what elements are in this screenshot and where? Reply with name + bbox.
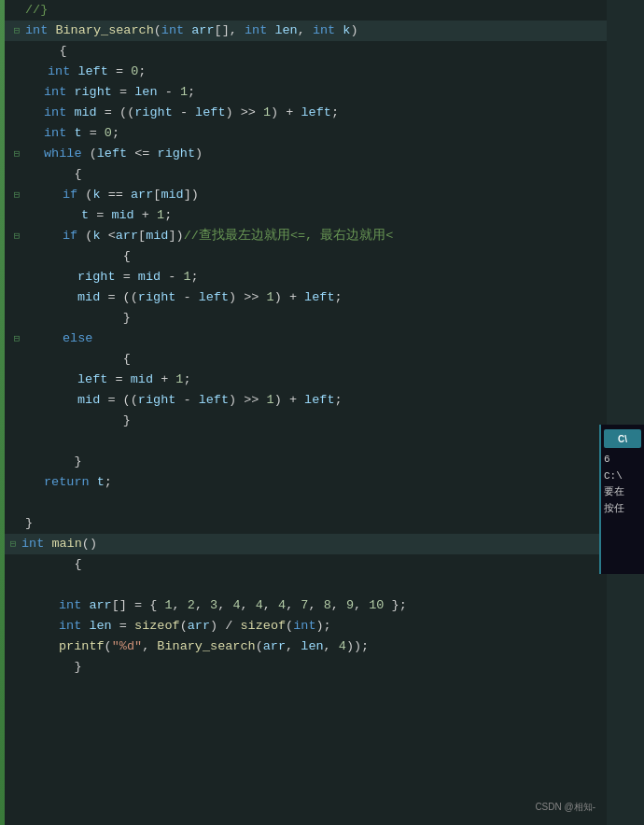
code-line-30: int arr[] = { 1, 2, 3, 4, 4, 4, 7, 8, 9,…	[5, 595, 607, 616]
fold-marker-4[interactable]: ⊟	[8, 226, 25, 246]
fold-marker-5[interactable]: ⊟	[8, 329, 25, 349]
code-line-26: }	[5, 513, 607, 534]
cn-label: C\	[618, 434, 627, 444]
code-line-25	[5, 493, 607, 513]
code-line-23: }	[5, 452, 607, 472]
code-line-3: {	[5, 41, 607, 62]
code-line-13: {	[5, 246, 607, 267]
code-content: //} ⊟ int Binary_search(int arr[], int l…	[5, 0, 607, 825]
code-line-4: int left = 0;	[5, 62, 607, 82]
code-line-21: }	[5, 411, 607, 431]
section-divider: ⊟ int main()	[5, 534, 607, 554]
code-line-14: right = mid - 1;	[5, 267, 607, 287]
code-line-16: }	[5, 308, 607, 329]
console-line-1: 6	[604, 452, 641, 468]
fold-marker-1[interactable]: ⊟	[8, 21, 25, 41]
fold-marker-6[interactable]: ⊟	[5, 534, 21, 554]
code-line-24: return t;	[5, 472, 607, 493]
code-line-9: {	[5, 164, 607, 185]
console-line-2: C:\	[604, 468, 641, 485]
code-line-31: int len = sizeof(arr) / sizeof(int);	[5, 616, 607, 636]
code-line-18: {	[5, 349, 607, 370]
comment-text: //}	[25, 0, 48, 21]
console-content: 6 C:\ 要在 按任	[604, 452, 641, 517]
code-line-12: ⊟ if (k <arr[mid])//查找最左边就用<=, 最右边就用<	[5, 226, 607, 246]
fold-marker-3[interactable]: ⊟	[8, 185, 25, 205]
code-line-33: }	[5, 657, 607, 678]
code-line-20: mid = ((right - left) >> 1) + left;	[5, 390, 607, 411]
cn-badge: C\	[604, 429, 641, 448]
code-line-1: //}	[5, 0, 607, 21]
fold-marker-2[interactable]: ⊟	[8, 144, 25, 164]
code-line-17: ⊟ else	[5, 329, 607, 349]
code-editor: //} ⊟ int Binary_search(int arr[], int l…	[5, 0, 607, 825]
code-line-5: int right = len - 1;	[5, 82, 607, 103]
console-line-4: 按任	[604, 501, 641, 518]
code-line-7: int t = 0;	[5, 123, 607, 144]
console-line-3: 要在	[604, 484, 641, 501]
csdn-watermark: CSDN @相知-	[535, 801, 595, 814]
code-line-11: t = mid + 1;	[5, 205, 607, 226]
code-line-15: mid = ((right - left) >> 1) + left;	[5, 287, 607, 308]
code-line-6: int mid = ((right - left) >> 1) + left;	[5, 103, 607, 123]
code-line-29	[5, 575, 607, 595]
code-line-2: ⊟ int Binary_search(int arr[], int len, …	[5, 21, 607, 41]
code-line-32: printf("%d", Binary_search(arr, len, 4))…	[5, 636, 607, 657]
code-line-22	[5, 431, 607, 452]
code-line-19: left = mid + 1;	[5, 370, 607, 390]
code-line-8: ⊟ while (left <= right)	[5, 144, 607, 164]
right-console-panel: C\ 6 C:\ 要在 按任	[599, 425, 644, 574]
code-line-28: {	[5, 554, 607, 575]
code-line-10: ⊟ if (k == arr[mid])	[5, 185, 607, 205]
